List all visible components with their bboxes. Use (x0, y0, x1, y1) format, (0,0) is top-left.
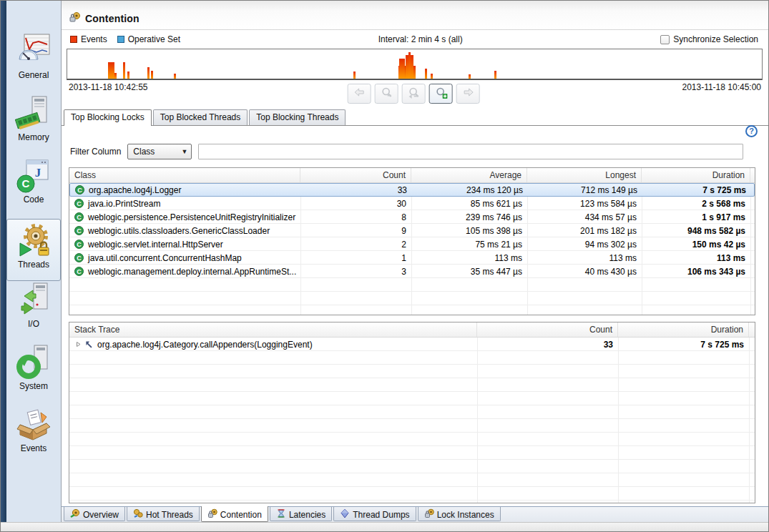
page-tab-label: Latencies (289, 510, 325, 520)
memory-icon (15, 94, 52, 132)
filter-row: Filter Column Class ▼ (70, 143, 743, 160)
table-header: Stack TraceCountDuration (69, 322, 755, 338)
filter-text-input[interactable] (198, 144, 743, 159)
help-icon[interactable]: ? (745, 125, 758, 137)
page-tab-lock-instances[interactable]: Lock Instances (418, 507, 501, 521)
synchronize-checkbox[interactable] (660, 35, 670, 44)
synchronize-label: Synchronize Selection (673, 34, 758, 44)
lock-row[interactable]: Cweblogic.management.deploy.internal.App… (69, 265, 755, 278)
cell-count: 33 (477, 340, 618, 350)
cell-average: 239 ms 746 µs (411, 212, 527, 222)
page-tab-label: Contention (220, 510, 262, 520)
sidebar-item-io[interactable]: I/O (6, 281, 61, 343)
sidebar-item-label: I/O (28, 319, 39, 329)
legend-label: Operative Set (128, 34, 180, 44)
lock-row[interactable]: Cweblogic.servlet.internal.HttpServer275… (69, 237, 755, 251)
lock-row[interactable]: Cjava.io.PrintStream3085 ms 621 µs123 ms… (69, 197, 755, 210)
event-bar (353, 72, 356, 79)
table-body: Corg.apache.log4j.Logger33234 ms 120 µs7… (69, 183, 755, 315)
lock-row[interactable]: Cjava.util.concurrent.ConcurrentHashMap1… (69, 251, 755, 265)
page-tab-contention[interactable]: Contention (201, 506, 268, 522)
timeline-chart[interactable] (67, 49, 763, 80)
cell-longest: 123 ms 584 µs (527, 199, 642, 209)
cell-count: 8 (300, 212, 411, 222)
forward-icon (461, 87, 474, 101)
column-header-stack-trace[interactable]: Stack Trace (69, 322, 477, 337)
cell-class: Cjava.util.concurrent.ConcurrentHashMap (69, 253, 300, 263)
cell-longest: 712 ms 149 µs (528, 185, 642, 195)
page-header: Contention (62, 1, 768, 30)
legend-operative-set: Operative Set (117, 34, 180, 44)
forward-button[interactable] (456, 84, 480, 104)
synchronize-selection[interactable]: Synchronize Selection (660, 34, 758, 44)
code-icon: JC (15, 157, 52, 194)
cell-class: Cjava.io.PrintStream (69, 199, 300, 209)
page-tab-overview[interactable]: Overview (64, 507, 125, 521)
event-bar (403, 59, 405, 79)
lock-row[interactable]: Cweblogic.utils.classloaders.GenericClas… (69, 224, 755, 237)
cell-duration: 106 ms 343 µs (642, 267, 750, 277)
column-header-duration[interactable]: Duration (642, 168, 750, 182)
cell-duration: 113 ms (642, 253, 750, 263)
column-header-longest[interactable]: Longest (527, 168, 642, 182)
column-header-filler (749, 322, 759, 337)
zoom-reset-button[interactable] (402, 84, 426, 104)
stack-frame-icon (85, 340, 93, 348)
lock-row[interactable]: Corg.apache.log4j.Logger33234 ms 120 µs7… (69, 183, 755, 197)
cell-class: Cweblogic.utils.classloaders.GenericClas… (69, 226, 300, 236)
page-tab-latencies[interactable]: Latencies (270, 507, 332, 521)
sidebar-item-label: Memory (18, 132, 49, 142)
column-separator (618, 338, 619, 503)
event-bar (411, 55, 413, 79)
sidebar-item-threads[interactable]: Threads (6, 219, 61, 281)
main-panel: Contention EventsOperative Set Interval:… (62, 1, 768, 522)
cell-duration: 948 ms 582 µs (642, 226, 750, 236)
sidebar-item-events[interactable]: Events (6, 405, 61, 468)
cell-average: 234 ms 120 µs (412, 185, 528, 195)
lock-row[interactable]: Cweblogic.persistence.PersistenceUnitReg… (69, 210, 755, 224)
class-icon: C (74, 199, 84, 208)
column-header-count[interactable]: Count (477, 322, 618, 337)
tab-top-blocking-threads[interactable]: Top Blocking Threads (249, 109, 346, 125)
column-header-average[interactable]: Average (411, 168, 527, 182)
back-icon (353, 87, 366, 101)
column-header-filler (750, 168, 760, 182)
sub-tabs: Top Blocking LocksTop Blocked ThreadsTop… (62, 109, 768, 126)
cell-count: 3 (300, 267, 411, 277)
back-button[interactable] (348, 84, 371, 104)
sidebar-item-memory[interactable]: Memory (6, 94, 61, 157)
zoom-out-button[interactable] (375, 84, 398, 104)
cell-average: 35 ms 447 µs (411, 267, 527, 277)
page-tabs: OverviewHot ThreadsContentionLatenciesTh… (62, 506, 768, 522)
column-header-class[interactable]: Class (69, 168, 300, 182)
column-header-duration[interactable]: Duration (618, 322, 749, 337)
zoom-in-button[interactable] (429, 84, 453, 104)
stack-frame-row[interactable]: org.apache.log4j.Category.callAppenders(… (69, 338, 755, 351)
chart-legend: EventsOperative Set (70, 34, 180, 44)
sidebar-item-code[interactable]: JCCode (6, 157, 61, 219)
page-tab-thread-dumps[interactable]: Thread Dumps (333, 507, 416, 521)
cell-count: 2 (300, 240, 411, 250)
tab-contention-icon (207, 508, 217, 521)
class-name: java.util.concurrent.ConcurrentHashMap (88, 253, 242, 263)
cell-duration: 1 s 917 ms (642, 212, 750, 222)
io-icon (15, 281, 52, 318)
tab-locks-icon (424, 508, 434, 521)
expand-arrow-icon[interactable] (76, 341, 82, 348)
column-header-count[interactable]: Count (300, 168, 411, 182)
table-gridlines (69, 338, 755, 503)
event-bar (469, 74, 471, 79)
page-tab-hot-threads[interactable]: Hot Threads (127, 507, 200, 521)
zoom-in-icon (434, 87, 447, 102)
cell-longest: 201 ms 182 µs (527, 226, 642, 236)
sidebar-item-system[interactable]: System (6, 343, 61, 405)
sidebar-item-general[interactable]: General (6, 32, 61, 94)
tab-top-blocking-locks[interactable]: Top Blocking Locks (64, 109, 152, 126)
tab-overview-icon (70, 508, 80, 521)
cell-class: Cweblogic.management.deploy.internal.App… (69, 267, 300, 277)
system-icon (15, 343, 52, 380)
class-icon: C (74, 253, 84, 262)
filter-column-dropdown[interactable]: Class ▼ (127, 144, 192, 159)
timeline-nav-buttons (348, 84, 480, 104)
tab-top-blocked-threads[interactable]: Top Blocked Threads (153, 109, 248, 125)
